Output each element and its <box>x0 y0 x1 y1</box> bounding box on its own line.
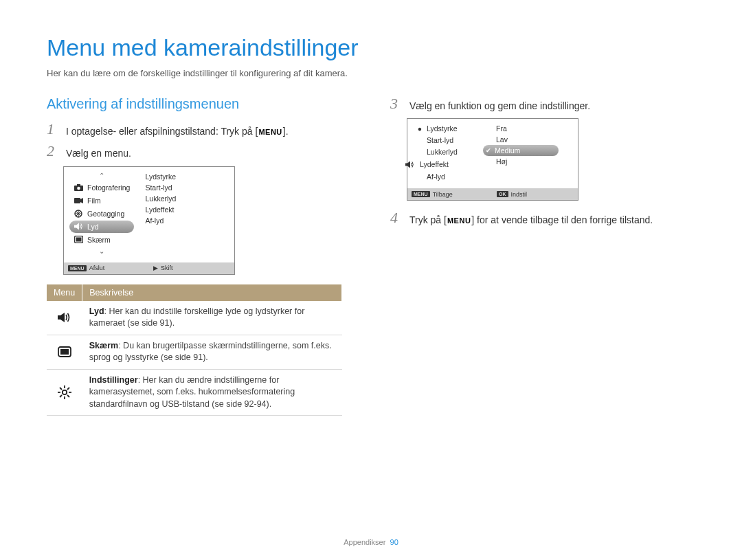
svg-line-14 <box>60 388 62 390</box>
setting-lukkerlyd[interactable]: Lukkerlyd <box>413 146 475 157</box>
step-text: Tryk på [MENU] for at vende tilbage til … <box>409 210 653 227</box>
left-column: Aktivering af indstillingsmenuen 1 I opt… <box>47 96 349 416</box>
step-4-before: Tryk på [ <box>409 214 447 225</box>
sound-icon <box>74 222 83 232</box>
ok-tag: OK <box>497 191 508 197</box>
gear-icon <box>47 369 82 416</box>
step-2: 2 Vælg en menu. <box>47 144 349 160</box>
bullet-icon: ● <box>417 124 423 133</box>
menu-item-fotografering[interactable]: Fotografering <box>69 181 134 194</box>
menu-item-film[interactable]: Film <box>69 194 134 207</box>
step-text: Vælg en funktion og gem dine indstilling… <box>409 96 590 113</box>
footer-left-label: Tilbage <box>433 191 453 198</box>
option-start-lyd[interactable]: Start-lyd <box>142 182 179 193</box>
svg-point-9 <box>63 390 67 394</box>
table-cell-desc: Lyd: Her kan du indstille forskellige ly… <box>82 301 342 335</box>
svg-rect-1 <box>77 184 80 186</box>
step-1: 1 I optagelse- eller afspilningstilstand… <box>47 122 349 138</box>
menu-category-list: ⌃ Fotografering Film <box>69 171 134 257</box>
table-cell-desc: Skærm: Du kan brugertilpasse skærmindsti… <box>82 335 342 369</box>
play-icon: ▶ <box>153 265 158 271</box>
setting-label: Start-lyd <box>427 136 453 144</box>
table-row: Indstillinger: Her kan du ændre indstill… <box>47 369 342 416</box>
svg-line-16 <box>67 388 69 390</box>
setting-lydeffekt[interactable]: Lydeffekt <box>413 158 475 170</box>
value-lav[interactable]: Lav <box>483 134 559 145</box>
value-list: Fra Lav ✔Medium Høj <box>483 123 559 183</box>
footer-left: MENU Tilbage <box>407 188 493 200</box>
option-label: Lydeffekt <box>145 205 174 214</box>
screen-footer: MENU Tilbage OK Indstil <box>407 188 578 200</box>
screen-icon <box>74 235 83 245</box>
menu-item-skaerm[interactable]: Skærm <box>69 234 134 246</box>
col-header-beskrivelse: Beskrivelse <box>82 284 342 301</box>
menu-button-label: MENU <box>258 127 282 138</box>
sound-icon <box>405 159 414 169</box>
value-hoj[interactable]: Høj <box>483 156 559 167</box>
option-label: Lukkerlyd <box>145 194 176 203</box>
chevron-down-icon: ⌄ <box>99 248 104 255</box>
page-subtitle: Her kan du lære om de forskellige indsti… <box>47 68 695 78</box>
table-cell-desc: Indstillinger: Her kan du ændre indstill… <box>82 369 342 416</box>
page-number: 90 <box>390 538 398 546</box>
option-af-lyd[interactable]: Af-lyd <box>142 215 179 226</box>
menu-item-label: Skærm <box>87 236 111 244</box>
screen-footer: MENU Afslut ▶ Skift <box>64 262 234 274</box>
setting-lydstyrke[interactable]: ●Lydstyrke <box>413 123 475 134</box>
step-1-after: ]. <box>283 126 289 137</box>
option-lydstyrke[interactable]: Lydstyrke <box>142 171 179 182</box>
menu-tag: MENU <box>68 265 87 271</box>
film-icon <box>74 196 83 205</box>
value-label: Lav <box>496 135 508 144</box>
table-header-row: Menu Beskrivelse <box>47 284 342 301</box>
menu-item-label: Fotografering <box>87 183 130 192</box>
row-text: : Du kan brugertilpasse skærmindstilling… <box>89 341 332 363</box>
menu-item-label: Lyd <box>87 223 99 231</box>
menu-item-label: Geotagging <box>87 210 124 218</box>
setting-start-lyd[interactable]: Start-lyd <box>413 135 475 146</box>
menu-item-label: Film <box>87 197 101 205</box>
svg-point-2 <box>77 186 80 190</box>
menu-description-table: Menu Beskrivelse Lyd: Her kan du indstil… <box>47 284 342 416</box>
page-footer: Appendikser 90 <box>0 538 742 546</box>
menu-item-geotagging[interactable]: Geotagging <box>69 208 134 220</box>
col-header-menu: Menu <box>47 284 82 301</box>
step-4-after: ] for at vende tilbage til den forrige t… <box>471 214 653 225</box>
value-medium[interactable]: ✔Medium <box>483 145 559 156</box>
option-lukkerlyd[interactable]: Lukkerlyd <box>142 193 179 204</box>
menu-option-list: Lydstyrke Start-lyd Lukkerlyd Lydeffekt … <box>142 171 179 257</box>
page-title: Menu med kameraindstillinger <box>47 34 695 61</box>
camera-icon <box>74 183 83 192</box>
value-label: Medium <box>495 146 520 155</box>
setting-label: Af-lyd <box>427 172 445 181</box>
footer-right-label: Indstil <box>511 191 528 198</box>
globe-icon <box>74 209 83 219</box>
step-number: 3 <box>390 96 403 111</box>
value-label: Fra <box>496 124 507 133</box>
value-fra[interactable]: Fra <box>483 123 559 134</box>
setting-label: Lydeffekt <box>420 160 449 168</box>
setting-list: ●Lydstyrke Start-lyd Lukkerlyd Lydeffekt… <box>413 123 475 183</box>
row-bold: Skærm <box>89 341 118 350</box>
step-number: 4 <box>390 210 403 225</box>
option-label: Af-lyd <box>145 216 164 225</box>
footer-right: OK Indstil <box>493 188 578 200</box>
setting-label: Lukkerlyd <box>427 148 458 156</box>
chevron-up-icon: ⌃ <box>99 172 104 179</box>
step-number: 2 <box>47 144 59 159</box>
menu-item-lyd[interactable]: Lyd <box>69 221 134 233</box>
step-text: Vælg en menu. <box>66 144 131 160</box>
step-number: 1 <box>47 122 59 137</box>
footer-left-label: Afslut <box>89 265 105 271</box>
right-column: 3 Vælg en funktion og gem dine indstilli… <box>390 96 693 416</box>
option-lydeffekt[interactable]: Lydeffekt <box>142 204 179 215</box>
setting-af-lyd[interactable]: Af-lyd <box>413 171 475 182</box>
setting-label: Lydstyrke <box>427 124 458 133</box>
step-3: 3 Vælg en funktion og gem dine indstilli… <box>390 96 693 113</box>
row-bold: Indstillinger <box>89 375 138 385</box>
row-text: : Her kan du indstille forskellige lyde … <box>89 306 305 328</box>
menu-button-label: MENU <box>447 216 471 227</box>
step-4: 4 Tryk på [MENU] for at vende tilbage ti… <box>390 210 693 227</box>
footer-left: MENU Afslut <box>64 262 149 274</box>
svg-line-17 <box>60 395 62 397</box>
